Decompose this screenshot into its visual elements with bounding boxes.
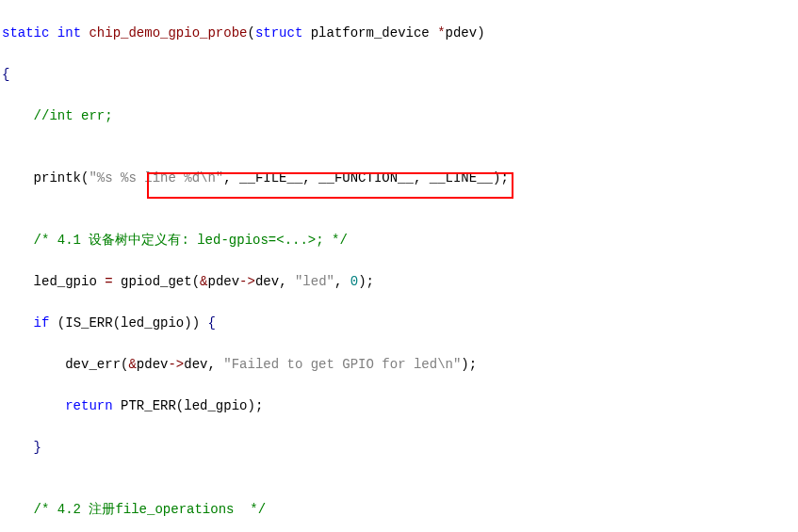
paren: (	[176, 398, 184, 413]
code-line: static int chip_demo_gpio_probe(struct p…	[2, 23, 796, 43]
indent	[2, 398, 65, 413]
macro-file: __FILE__	[239, 170, 302, 185]
paren: (	[113, 315, 121, 330]
code-line: /* 4.2 注册file_operations */	[2, 499, 796, 520]
arg: led_gpio	[184, 398, 247, 413]
comment: /* 4.2 注册file_operations */	[34, 502, 266, 517]
comma: ,	[223, 170, 239, 185]
operator-eq: =	[105, 274, 112, 289]
string: "led"	[295, 274, 334, 289]
operator-amp: &	[128, 357, 136, 372]
text: platform_device	[302, 25, 437, 40]
code-line: led_gpio = gpiod_get(&pdev->dev, "led", …	[2, 271, 796, 292]
call: IS_ERR	[65, 315, 112, 330]
indent	[2, 108, 34, 123]
comma: ,	[302, 170, 318, 185]
call: dev_err	[65, 357, 121, 372]
code-line: dev_err(&pdev->dev, "Failed to get GPIO …	[2, 354, 796, 375]
string: "%s %s line %d\n"	[89, 170, 223, 185]
keyword-struct: struct	[255, 25, 302, 40]
space	[113, 274, 121, 289]
comma: ,	[334, 274, 350, 289]
call: PTR_ERR	[121, 398, 176, 413]
text: pdev	[137, 357, 169, 372]
space	[113, 398, 121, 413]
paren: )	[184, 315, 191, 330]
indent	[2, 315, 34, 330]
call: gpiod_get	[121, 274, 192, 289]
comment: //int err;	[34, 108, 113, 123]
semicolon: ;	[500, 170, 508, 185]
comma: ,	[279, 274, 295, 289]
operator-arrow: ->	[168, 357, 184, 372]
number: 0	[350, 274, 358, 289]
paren: )	[461, 357, 468, 372]
indent	[2, 233, 34, 248]
paren: (	[57, 315, 65, 330]
arg: led_gpio	[121, 315, 184, 330]
code-line: printk("%s %s line %d\n", __FILE__, __FU…	[2, 168, 796, 188]
lhs: led_gpio	[34, 274, 106, 289]
paren: )	[358, 274, 366, 289]
code-line: if (IS_ERR(led_gpio)) {	[2, 313, 796, 333]
code-line: {	[2, 64, 796, 85]
keyword-if: if	[34, 315, 50, 330]
paren: )	[192, 315, 200, 330]
semicolon: ;	[255, 398, 263, 413]
indent	[2, 502, 34, 517]
comment: /* 4.1 设备树中定义有: led-gpios=<...>; */	[34, 233, 348, 248]
keyword-return: return	[65, 398, 112, 413]
code-line: }	[2, 437, 796, 458]
semicolon: ;	[469, 357, 477, 372]
comma: ,	[207, 357, 223, 372]
paren: (	[192, 274, 200, 289]
comma: ,	[414, 170, 430, 185]
text: pdev	[207, 274, 239, 289]
string: "Failed to get GPIO for led\n"	[223, 357, 461, 372]
text: dev	[184, 357, 207, 372]
macro-line: __LINE__	[430, 170, 493, 185]
code-line: //int err;	[2, 105, 796, 126]
operator-star: *	[437, 25, 445, 40]
code-line: /* 4.1 设备树中定义有: led-gpios=<...>; */	[2, 230, 796, 250]
code-line: return PTR_ERR(led_gpio);	[2, 395, 796, 416]
paren: )	[477, 25, 484, 40]
arg: pdev	[446, 25, 478, 40]
call: printk	[34, 170, 81, 185]
text: dev	[255, 274, 279, 289]
indent	[2, 357, 65, 372]
macro-function: __FUNCTION__	[318, 170, 414, 185]
brace-open: {	[2, 67, 9, 82]
space	[49, 315, 57, 330]
keyword-static: static	[2, 25, 49, 40]
space	[200, 315, 207, 330]
brace-open: {	[208, 315, 216, 330]
semicolon: ;	[366, 274, 374, 289]
operator-arrow: ->	[239, 274, 255, 289]
brace-close: }	[34, 440, 41, 455]
indent	[2, 274, 34, 289]
code-editor[interactable]: static int chip_demo_gpio_probe(struct p…	[0, 0, 798, 532]
function-name: chip_demo_gpio_probe	[81, 25, 247, 40]
paren: (	[247, 25, 254, 40]
indent	[2, 170, 34, 185]
paren: )	[247, 398, 254, 413]
indent	[2, 440, 34, 455]
keyword-int: int	[57, 25, 81, 40]
